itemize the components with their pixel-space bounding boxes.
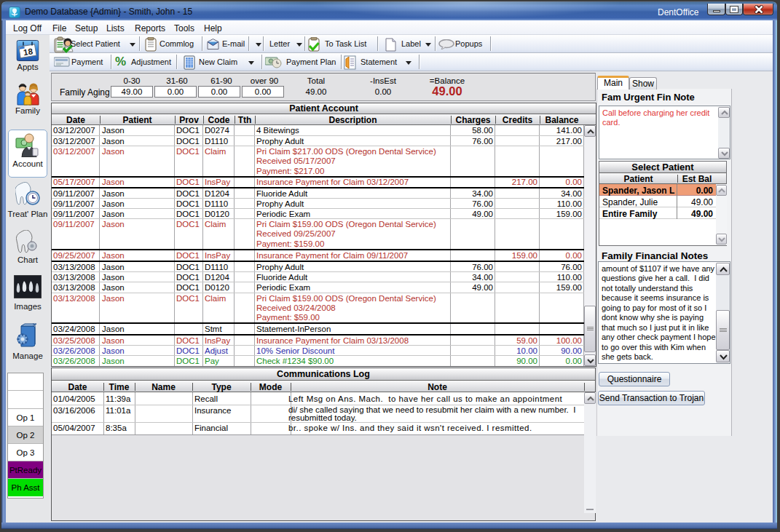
svg-text:18: 18 <box>23 47 34 57</box>
